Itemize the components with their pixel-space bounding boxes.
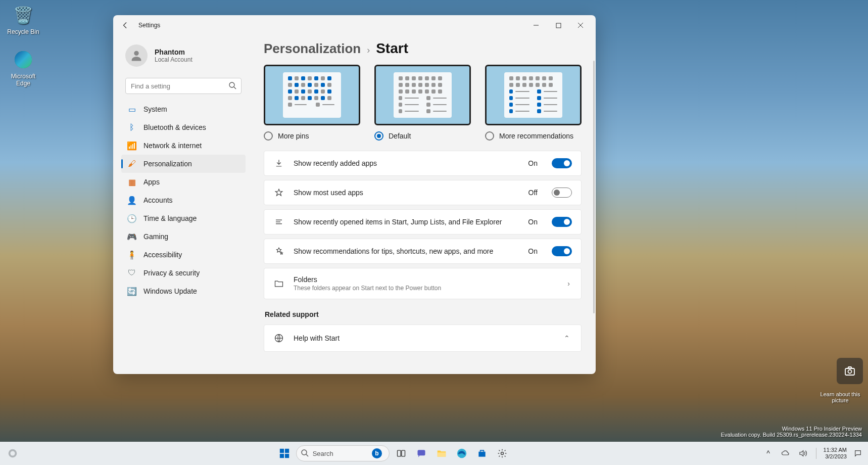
sidebar-item-bluetooth-devices[interactable]: ᛒBluetooth & devices <box>121 118 246 136</box>
start-button[interactable] <box>276 445 293 462</box>
nav-label: Accounts <box>143 196 173 204</box>
edge-taskbar-button[interactable] <box>453 445 470 462</box>
nav-label: Time & language <box>143 214 197 222</box>
widgets-button[interactable] <box>4 445 21 462</box>
nav-label: Apps <box>143 178 160 186</box>
profile-block[interactable]: Phantom Local Account <box>121 40 246 74</box>
nav-label: System <box>143 105 167 113</box>
nav-icon: ᛒ <box>127 123 136 132</box>
scrollbar[interactable] <box>593 61 595 313</box>
nav-icon: 👤 <box>127 196 136 205</box>
toggle-switch[interactable] <box>552 188 572 198</box>
toggle-state-label: Off <box>528 189 538 197</box>
nav-label: Personalization <box>143 160 192 168</box>
toggle-state-label: On <box>528 159 538 167</box>
back-button[interactable] <box>117 17 133 33</box>
sidebar-item-windows-update[interactable]: 🔄Windows Update <box>121 282 246 300</box>
radio-label: More pins <box>278 132 309 140</box>
file-explorer-button[interactable] <box>433 445 450 462</box>
notifications-button[interactable] <box>852 445 864 462</box>
svg-line-20 <box>306 454 308 456</box>
sidebar-item-apps[interactable]: ▦Apps <box>121 173 246 191</box>
task-view-button[interactable] <box>393 445 410 462</box>
store-button[interactable] <box>473 445 491 462</box>
nav-icon: 🛡 <box>127 268 136 277</box>
desktop-icon-label: Recycle Bin <box>3 28 43 35</box>
svg-point-14 <box>10 451 15 455</box>
toggle-state-label: On <box>528 247 538 255</box>
svg-rect-3 <box>556 23 561 28</box>
content-area: Personalization › Start More pins <box>250 35 596 374</box>
volume-tray-icon[interactable] <box>797 445 809 462</box>
nav-label: Network & internet <box>143 142 202 150</box>
layout-more-recommendations[interactable]: More recommendations <box>485 65 582 141</box>
svg-rect-21 <box>397 450 401 456</box>
toggle-state-label: On <box>528 218 538 226</box>
radio-label: More recommendations <box>499 132 573 140</box>
sidebar-item-system[interactable]: ▭System <box>121 100 246 118</box>
bing-icon: b <box>372 448 382 458</box>
onedrive-tray-icon[interactable] <box>780 445 792 462</box>
chat-button[interactable] <box>413 445 430 462</box>
svg-point-19 <box>302 450 307 455</box>
card-title: Help with Start <box>294 334 553 342</box>
toggle-switch[interactable] <box>552 158 572 168</box>
layout-more-pins[interactable]: More pins <box>264 65 360 141</box>
svg-rect-16 <box>285 449 289 453</box>
window-title: Settings <box>138 22 525 29</box>
clock-date: 3/2/2023 <box>824 453 847 460</box>
search-input[interactable] <box>125 78 242 94</box>
sidebar-item-personalization[interactable]: 🖌Personalization <box>121 155 246 173</box>
sidebar-item-accessibility[interactable]: 🧍Accessibility <box>121 246 246 264</box>
settings-taskbar-button[interactable] <box>494 445 511 462</box>
svg-point-26 <box>501 452 503 455</box>
related-support-heading: Related support <box>265 310 582 318</box>
nav-icon: ▦ <box>127 177 136 187</box>
nav-icon: 🕒 <box>127 214 136 223</box>
learn-about-picture-label: Learn about this picture <box>817 391 863 403</box>
nav-icon: 🖌 <box>127 159 136 168</box>
sidebar-item-time-language[interactable]: 🕒Time & language <box>121 209 246 227</box>
setting-label: Show recently opened items in Start, Jum… <box>294 218 519 226</box>
learn-about-picture-button[interactable] <box>837 358 863 384</box>
svg-rect-24 <box>438 452 446 456</box>
sidebar-item-network-internet[interactable]: 📶Network & internet <box>121 136 246 155</box>
desktop-icon-edge[interactable]: Microsoft Edge <box>3 49 43 87</box>
minimize-button[interactable] <box>525 17 547 33</box>
setting-label: Show most used apps <box>294 189 519 197</box>
svg-rect-18 <box>285 454 289 458</box>
setting-label: Show recently added apps <box>294 159 519 167</box>
sidebar-item-accounts[interactable]: 👤Accounts <box>121 191 246 209</box>
breadcrumb-current: Start <box>376 40 408 57</box>
taskbar-search[interactable]: Search b <box>296 445 390 461</box>
sidebar-item-privacy-security[interactable]: 🛡Privacy & security <box>121 264 246 282</box>
sidebar-item-gaming[interactable]: 🎮Gaming <box>121 227 246 246</box>
nav-icon: ▭ <box>127 105 136 114</box>
edge-icon <box>12 49 34 71</box>
layout-default[interactable]: Default <box>374 65 471 141</box>
close-button[interactable] <box>569 17 592 33</box>
svg-rect-17 <box>279 454 283 458</box>
help-with-start-row[interactable]: Help with Start ⌃ <box>264 324 582 352</box>
toggle-switch[interactable] <box>552 217 572 227</box>
setting-icon <box>273 247 284 256</box>
titlebar: Settings <box>113 15 596 35</box>
breadcrumb: Personalization › Start <box>264 40 582 57</box>
maximize-button[interactable] <box>547 17 569 33</box>
desktop-icon-recycle-bin[interactable]: 🗑️ Recycle Bin <box>3 4 43 35</box>
watermark: Windows 11 Pro Insider Preview Evaluatio… <box>721 426 862 438</box>
toggle-switch[interactable] <box>552 246 572 256</box>
folder-icon <box>273 278 284 289</box>
nav-label: Accessibility <box>143 251 182 259</box>
chevron-right-icon: › <box>565 277 572 290</box>
search-icon <box>228 81 236 91</box>
card-subtitle: These folders appear on Start next to th… <box>294 285 556 292</box>
setting-label: Show recommendations for tips, shortcuts… <box>294 247 519 255</box>
card-title: Folders <box>294 275 556 284</box>
nav-label: Windows Update <box>143 287 197 295</box>
breadcrumb-parent[interactable]: Personalization <box>264 41 361 57</box>
folders-row[interactable]: Folders These folders appear on Start ne… <box>264 268 582 299</box>
taskbar-clock[interactable]: 11:32 AM 3/2/2023 <box>824 447 847 460</box>
tray-chevron-icon[interactable]: ^ <box>762 445 775 462</box>
profile-subtitle: Local Account <box>155 56 192 63</box>
